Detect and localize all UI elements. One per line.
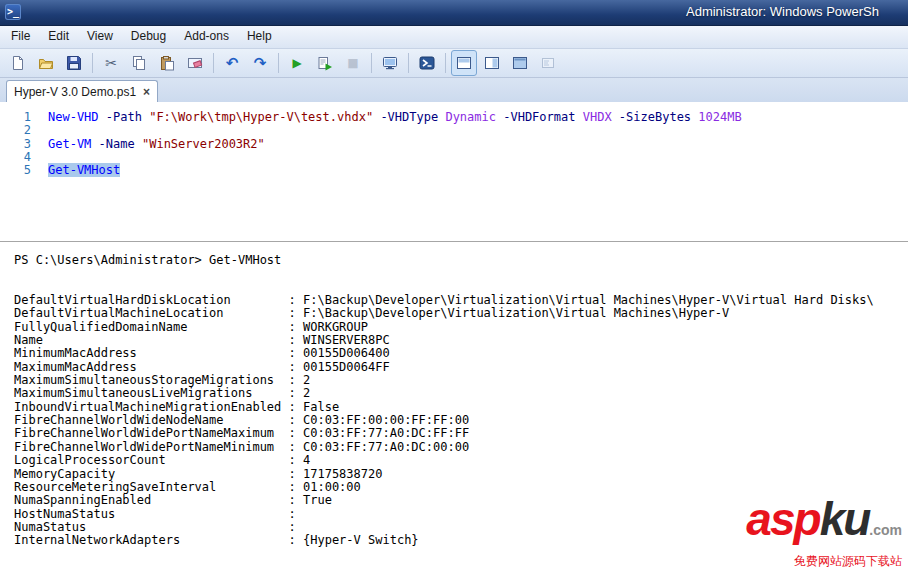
toolbar-separator: [445, 53, 446, 73]
layout-max-icon: [512, 55, 528, 71]
open-script-button[interactable]: [33, 50, 59, 76]
code-line: [48, 124, 742, 137]
toolbar-separator: [408, 53, 409, 73]
menu-debug[interactable]: Debug: [122, 26, 175, 48]
menu-edit[interactable]: Edit: [39, 26, 78, 48]
scissors-icon: ✂: [105, 55, 117, 71]
clear-console-button[interactable]: [182, 50, 208, 76]
menu-file[interactable]: File: [2, 26, 39, 48]
code-line: [48, 151, 742, 164]
copy-button[interactable]: [126, 50, 152, 76]
paste-button[interactable]: [154, 50, 180, 76]
tab-hyperv-demo[interactable]: Hyper-V 3.0 Demo.ps1 ×: [6, 80, 158, 102]
menubar: FileEditViewDebugAdd-onsHelp: [0, 26, 908, 49]
run-script-button[interactable]: ▶: [284, 50, 310, 76]
layout-script-max-button[interactable]: [507, 50, 533, 76]
show-command-window-button[interactable]: [535, 50, 561, 76]
paste-icon: [159, 55, 175, 71]
menu-help[interactable]: Help: [238, 26, 281, 48]
layout-top-icon: [456, 55, 472, 71]
editor-code: New-VHD -Path "F:\Work\tmp\Hyper-V\test.…: [46, 103, 742, 241]
new-document-icon: [10, 55, 26, 71]
console-output: PS C:\Users\Administrator> Get-VMHost De…: [0, 242, 908, 548]
line-number: 3: [0, 138, 46, 151]
open-folder-icon: [38, 55, 54, 71]
toolbar-separator: [278, 53, 279, 73]
undo-button[interactable]: ↶: [219, 50, 245, 76]
run-selection-icon: [317, 55, 333, 71]
redo-button[interactable]: ↷: [247, 50, 273, 76]
console-pane[interactable]: PS C:\Users\Administrator> Get-VMHost De…: [0, 241, 908, 576]
undo-icon: ↶: [226, 55, 239, 71]
powershell-icon: [419, 55, 435, 71]
toolbar-separator: [92, 53, 93, 73]
command-window-icon: [540, 55, 556, 71]
run-selection-button[interactable]: [312, 50, 338, 76]
code-line: Get-VM -Name "WinServer2003R2": [48, 138, 742, 151]
new-remote-tab-button[interactable]: [377, 50, 403, 76]
run-icon: ▶: [292, 55, 301, 71]
tabstrip: Hyper-V 3.0 Demo.ps1 ×: [0, 78, 908, 103]
line-number: 1: [0, 111, 46, 124]
script-editor-pane[interactable]: 12345 New-VHD -Path "F:\Work\tmp\Hyper-V…: [0, 103, 908, 241]
clear-console-icon: [187, 55, 203, 71]
toolbar: ✂ ↶ ↷ ▶ ■: [0, 49, 908, 78]
line-number: 5: [0, 164, 46, 177]
line-number: 4: [0, 151, 46, 164]
copy-icon: [131, 55, 147, 71]
toolbar-separator: [371, 53, 372, 73]
layout-script-right-button[interactable]: [479, 50, 505, 76]
stop-button[interactable]: ■: [340, 50, 366, 76]
code-line: Get-VMHost: [48, 164, 742, 177]
redo-icon: ↷: [254, 55, 267, 71]
powershell-window-icon: >_: [5, 4, 21, 20]
start-powershell-button[interactable]: [414, 50, 440, 76]
tab-close-icon[interactable]: ×: [143, 86, 150, 98]
powershell-ise-window: >_ Administrator: Windows PowerSh FileEd…: [0, 0, 908, 576]
window-title: Administrator: Windows PowerSh: [686, 4, 879, 19]
menu-view[interactable]: View: [78, 26, 122, 48]
layout-right-icon: [484, 55, 500, 71]
tab-label: Hyper-V 3.0 Demo.ps1: [14, 85, 136, 99]
toolbar-separator: [213, 53, 214, 73]
editor-gutter: 12345: [0, 103, 46, 241]
menu-add-ons[interactable]: Add-ons: [175, 26, 238, 48]
remote-computer-icon: [382, 55, 398, 71]
titlebar[interactable]: >_ Administrator: Windows PowerSh: [0, 0, 908, 26]
save-icon: [66, 55, 82, 71]
code-line: New-VHD -Path "F:\Work\tmp\Hyper-V\test.…: [48, 111, 742, 124]
layout-script-top-button[interactable]: [451, 50, 477, 76]
new-script-button[interactable]: [5, 50, 31, 76]
stop-icon: ■: [347, 55, 358, 71]
save-button[interactable]: [61, 50, 87, 76]
cut-button[interactable]: ✂: [98, 50, 124, 76]
line-number: 2: [0, 124, 46, 137]
